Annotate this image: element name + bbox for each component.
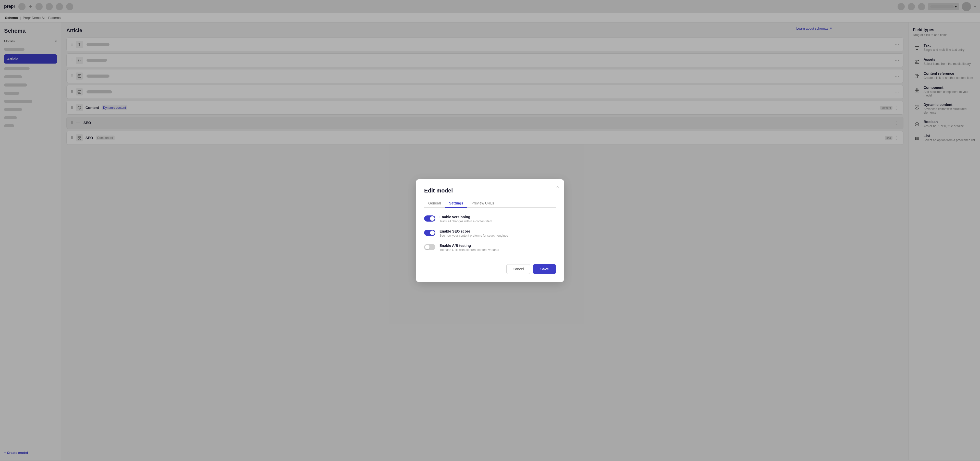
- setting-row-ab: Enable A/B testing Increase CTR with dif…: [424, 243, 556, 252]
- setting-info-seo: Enable SEO score See how your content pr…: [439, 229, 508, 237]
- setting-info-versioning: Enable versioning Track all changes with…: [439, 215, 492, 223]
- toggle-track-versioning[interactable]: [424, 215, 435, 222]
- tab-preview-urls[interactable]: Preview URLs: [467, 199, 498, 208]
- modal-close-button[interactable]: ×: [556, 184, 559, 190]
- setting-label-ab: Enable A/B testing: [439, 243, 499, 248]
- cancel-button[interactable]: Cancel: [506, 264, 530, 274]
- setting-info-ab: Enable A/B testing Increase CTR with dif…: [439, 243, 499, 252]
- setting-desc-seo: See how your content preforms for search…: [439, 234, 508, 237]
- toggle-versioning[interactable]: [424, 215, 435, 222]
- toggle-track-ab[interactable]: [424, 244, 435, 250]
- save-button[interactable]: Save: [533, 264, 556, 274]
- tab-general[interactable]: General: [424, 199, 445, 208]
- setting-label-versioning: Enable versioning: [439, 215, 492, 219]
- modal-title: Edit model: [424, 188, 556, 194]
- toggle-thumb-versioning: [430, 216, 434, 221]
- setting-row-seo: Enable SEO score See how your content pr…: [424, 229, 556, 237]
- setting-row-versioning: Enable versioning Track all changes with…: [424, 215, 556, 223]
- toggle-track-seo[interactable]: [424, 230, 435, 236]
- setting-label-seo: Enable SEO score: [439, 229, 508, 233]
- edit-model-modal: × Edit model General Settings Preview UR…: [416, 179, 564, 282]
- toggle-thumb-ab: [425, 245, 430, 250]
- toggle-seo[interactable]: [424, 230, 435, 236]
- toggle-thumb-seo: [430, 230, 434, 235]
- modal-overlay: × Edit model General Settings Preview UR…: [0, 0, 980, 461]
- modal-tabs: General Settings Preview URLs: [424, 199, 556, 208]
- tab-settings[interactable]: Settings: [445, 199, 467, 208]
- modal-footer: Cancel Save: [424, 260, 556, 274]
- toggle-ab[interactable]: [424, 244, 435, 250]
- setting-desc-ab: Increase CTR with different content vari…: [439, 248, 499, 252]
- setting-desc-versioning: Track all changes within a content item: [439, 219, 492, 223]
